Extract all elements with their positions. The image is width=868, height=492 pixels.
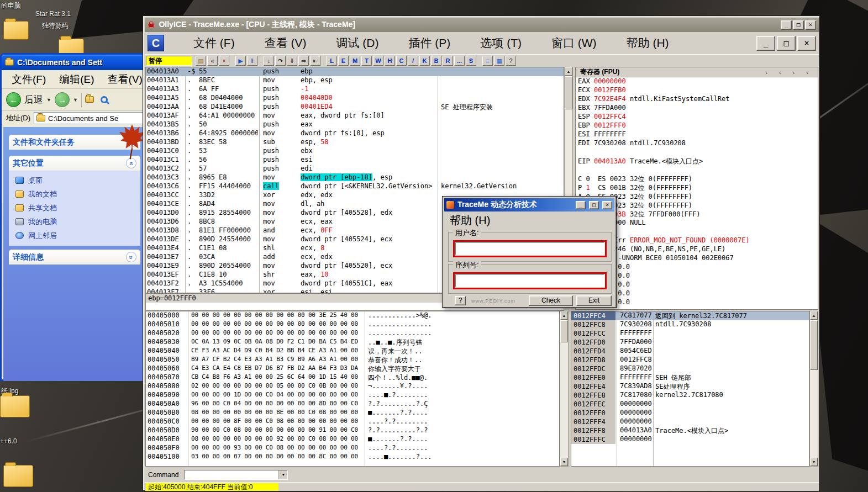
dump-row[interactable]: 0040510003 00 00 00 07 00 00 00 00 00 00… [146,453,559,462]
child-restore-button[interactable]: □ [777,36,796,51]
toolbar-letter-button[interactable]: T [361,56,372,66]
search-icon[interactable] [101,96,108,103]
sidebar-panel-details[interactable]: 详细信息 » [9,250,140,264]
step-over-icon[interactable]: ↷ [275,56,286,66]
stack-scrollbar[interactable]: ▲ ▼ [809,311,818,467]
dump-row[interactable]: 004050A096 00 00 C0 04 00 00 00 00 00 00… [146,400,559,409]
disasm-row[interactable]: 004013C0.53pushebx [146,147,564,156]
folder-icon[interactable] [3,21,29,40]
explorer-menu-item[interactable]: 编辑(E) [52,72,101,87]
olly-menu-item[interactable]: 插件 (P) [393,35,465,51]
minimize-button[interactable]: _ [576,201,586,209]
command-combo[interactable]: ▼ [184,470,288,480]
toolbar-letter-button[interactable]: W [373,56,383,66]
scroll-thumb[interactable] [810,320,818,370]
stack-row[interactable]: 0012FFC47C817077返回到 kernel32.7C817077 [571,311,809,320]
child-minimize-button[interactable]: _ [756,36,775,51]
stack-row[interactable]: 0012FFC87C930208ntdll.7C930208 [571,320,809,329]
stack-row[interactable]: 0012FFE87C817080kernel32.7C817080 [571,391,809,400]
pane-chevrons-icon[interactable]: ‹ ‹ ‹ ‹ [765,69,813,76]
explorer-menu-item[interactable]: 查看(V) [101,72,149,87]
pause-icon[interactable]: ‖ [247,56,257,66]
open-file-icon[interactable]: ▤ [196,56,206,66]
dump-scrollbar[interactable]: ▲ ▼ [560,311,569,467]
disasm-row[interactable]: 004013AF.64:A1 00000000moveax, dword ptr… [146,112,564,120]
disasm-row[interactable]: 004013A5.68 D0404000push004040D0 [146,94,564,103]
disasm-row[interactable]: 004013BD.83EC 58subesp, 58 [146,138,564,147]
folder-icon[interactable] [3,465,33,487]
toolbar-letter-button[interactable]: ... [454,56,465,66]
disasm-row[interactable]: 004013C3.8965 E8movdword ptr [ebp-18], e… [146,173,564,182]
toolbar-letter-button[interactable]: L [327,56,337,66]
close-button[interactable]: × [805,20,816,30]
username-input[interactable] [455,242,604,255]
olly-menu-item[interactable]: 选项 (T) [465,35,536,51]
command-input[interactable] [185,470,278,479]
dump-row[interactable]: 00405060C4 E3 CA E4 C8 EB D7 D6 B7 FB D2… [146,364,559,373]
trace-into-icon[interactable]: ⇓ [287,56,297,66]
desktop-icon-label[interactable]: 的电脑 [1,1,21,10]
explorer-place-item[interactable]: 网上邻居 [15,229,140,242]
back-dropdown-icon[interactable]: ▼ [46,97,51,103]
olly-menu-item[interactable]: 查看 (V) [250,35,322,51]
help-icon[interactable]: ? [506,56,516,66]
olly-menu-item[interactable]: 窗口 (W) [536,35,612,51]
dump-row[interactable]: 0040500000 00 00 00 00 00 00 00 00 00 00… [146,311,559,320]
dump-row[interactable]: 004050E008 00 00 00 00 00 00 00 92 00 00… [146,435,559,444]
toolbar-letter-button[interactable]: S [466,56,476,66]
toolbar-letter-button[interactable]: B [431,56,441,66]
olly-menu-item[interactable]: 调试 (D) [321,35,393,51]
dump-row[interactable]: 004050D090 00 00 C0 08 00 00 00 00 00 00… [146,426,559,435]
stack-row[interactable]: 0012FFCCFFFFFFFF [571,329,809,338]
stack-row[interactable]: 0012FFFC00000000 [571,435,809,444]
stack-row[interactable]: 0012FFF8004013A0TraceMe.<模块入口点> [571,426,809,435]
toolbar-letter-button[interactable]: K [419,56,430,66]
explorer-place-item[interactable]: 共享文档 [15,201,140,215]
stack-row[interactable]: 0012FFF000000000 [571,409,809,417]
traceme-titlebar[interactable]: TraceMe 动态分析技术 _ □ × [444,198,614,211]
scroll-thumb[interactable] [565,76,572,109]
toolbar-letter-button[interactable]: E [338,56,349,66]
explorer-place-item[interactable]: 我的文档 [15,187,140,201]
desktop-icon-label[interactable]: ++6.0 [0,437,17,445]
serial-input[interactable] [455,274,604,287]
dump-row[interactable]: 0040508002 00 00 00 00 00 00 00 05 00 00… [146,382,559,391]
toolbar-letter-button[interactable]: M [350,56,360,66]
dump-row[interactable]: 0040501000 00 00 00 00 00 00 00 00 00 00… [146,320,559,329]
dump-row[interactable]: 004050F000 00 00 00 93 00 00 C0 08 00 00… [146,444,559,453]
stack-row[interactable]: 0012FFEC00000000 [571,400,809,409]
dump-row[interactable]: 00405040CE F3 A3 AC D4 D9 C0 B4 D2 BB B4… [146,347,559,356]
disasm-row[interactable]: 004013A0-$55pushebp [146,67,564,76]
dump-row[interactable]: 0040509000 00 00 00 1D 00 00 C0 04 00 00… [146,391,559,400]
dump-row[interactable]: 00405050B9 A7 CF B2 C4 E3 A3 A1 B3 C9 B9… [146,356,559,364]
stack-row[interactable]: 0012FFD80012FFC8 [571,356,809,364]
disasm-row[interactable]: 004013C1.56pushesi [146,156,564,165]
back-icon[interactable]: ← [6,92,21,107]
panels-icon[interactable]: ≡ [482,56,493,66]
help-menu-item[interactable]: 帮助 (H) [450,213,490,228]
stack-row[interactable]: 0012FFE0FFFFFFFFSEH 链尾部 [571,373,809,382]
chevron-down-icon[interactable]: » [126,252,136,262]
dialog-help-button[interactable]: ? [455,296,466,305]
folder-icon[interactable] [0,395,30,417]
explorer-place-item[interactable]: 桌面 [15,173,140,187]
stack-row[interactable]: 0012FFD48054C6ED [571,347,809,356]
run-icon[interactable]: ▶ [235,56,246,66]
forward-icon[interactable]: → [55,92,70,107]
back-label[interactable]: 后退 [24,93,43,106]
child-close-button[interactable]: × [797,36,816,51]
maximize-button[interactable]: □ [589,201,599,209]
explorer-place-item[interactable]: 我的电脑 [15,215,140,229]
restore-button[interactable]: □ [793,20,804,30]
stack-row[interactable]: 0012FFF400000000 [571,417,809,426]
close-button[interactable]: × [602,201,612,209]
toolbar-letter-button[interactable]: / [408,56,418,66]
disasm-row[interactable]: 004013B6.64:8925 00000000movdword ptr fs… [146,129,564,138]
scroll-up-icon[interactable]: ▲ [565,67,572,76]
disasm-row[interactable]: 004013AA.68 D41E4000push00401ED4SE 处理程序安… [146,103,564,112]
trace-over-icon[interactable]: ⇒ [298,56,309,66]
disasm-row[interactable]: 004013A3.6A FFpush-1 [146,85,564,94]
scroll-up-icon[interactable]: ▲ [560,311,568,320]
minimize-button[interactable]: _ [781,20,792,30]
forward-dropdown-icon[interactable]: ▼ [73,97,78,103]
